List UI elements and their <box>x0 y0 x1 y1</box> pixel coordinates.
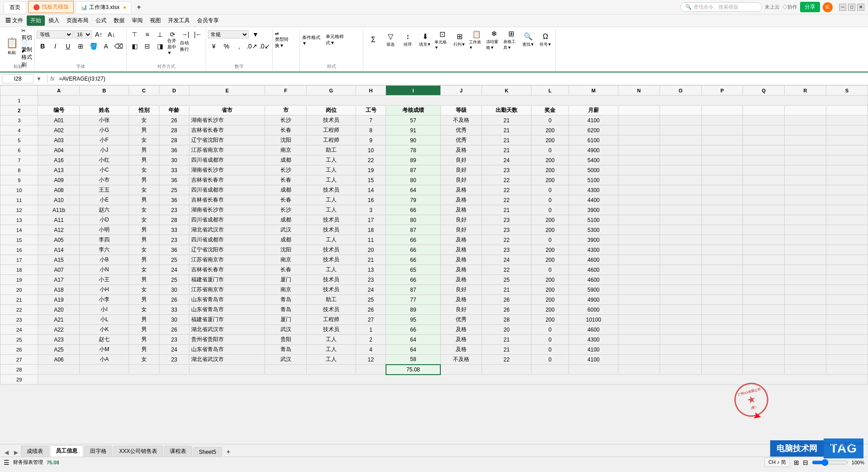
cell-Q11[interactable] <box>743 195 785 205</box>
cell-D13[interactable]: 28 <box>159 215 189 225</box>
header-K[interactable]: 出勤天数 <box>482 106 531 116</box>
cell-H26[interactable]: 4 <box>356 345 386 355</box>
cell-I15[interactable]: 66 <box>386 235 440 245</box>
cell-E4[interactable]: 吉林省长春市 <box>189 125 265 135</box>
italic-btn[interactable]: I <box>49 41 61 52</box>
cell-O8[interactable] <box>660 165 701 175</box>
cell-J12[interactable]: 及格 <box>440 205 482 215</box>
cell-L18[interactable]: 0 <box>531 265 569 275</box>
cell-L3[interactable]: 0 <box>531 116 569 125</box>
cell-C12[interactable]: 女 <box>129 205 159 215</box>
cell-C9[interactable]: 男 <box>129 175 159 185</box>
sheet-tab-sheet5[interactable]: Sheet5 <box>193 447 222 457</box>
sheet-tab-sales[interactable]: XXX公司销售表 <box>113 446 163 457</box>
sheet-btn[interactable]: 📋工作表▼ <box>468 29 485 51</box>
cell-G3[interactable]: 技术员 <box>307 116 356 125</box>
cell-C11[interactable]: 男 <box>129 195 159 205</box>
cell-L23[interactable]: 200 <box>531 315 569 325</box>
cell-A26[interactable]: A25 <box>38 345 80 355</box>
cell-B25[interactable]: 赵七 <box>80 335 129 345</box>
cell-H12[interactable]: 3 <box>356 205 386 215</box>
cell-Q27[interactable] <box>743 355 785 365</box>
cell-M14[interactable]: 5300 <box>569 225 618 235</box>
row-header-27[interactable]: 27 <box>0 355 38 365</box>
cell-S15[interactable] <box>826 235 868 245</box>
cell-H5[interactable]: 9 <box>356 135 386 145</box>
menu-item-file[interactable]: ☰ 文件 <box>2 15 27 26</box>
row-header-10[interactable]: 10 <box>0 185 38 195</box>
align-top-btn[interactable]: ⊤ <box>129 29 140 40</box>
cell-G18[interactable]: 工人 <box>307 265 356 275</box>
cell-B19[interactable]: 小王 <box>80 275 129 285</box>
cell-K20[interactable]: 21 <box>482 285 531 295</box>
cell-M15[interactable]: 3900 <box>569 235 618 245</box>
cell-M7[interactable]: 5400 <box>569 155 618 165</box>
cell-O13[interactable] <box>660 215 701 225</box>
cell-L7[interactable]: 200 <box>531 155 569 165</box>
paste-btn[interactable]: 📋粘贴 <box>4 35 20 57</box>
cell-R23[interactable] <box>785 315 826 325</box>
col-S[interactable]: S <box>826 86 868 96</box>
cell-K3[interactable]: 21 <box>482 116 531 125</box>
cell-F19[interactable]: 厦门 <box>265 275 307 285</box>
tab-template[interactable]: 🔴 找板壳模版 <box>28 1 74 13</box>
col-L[interactable]: L <box>531 86 569 96</box>
close-btn[interactable]: ✕ <box>857 4 864 11</box>
cell-H21[interactable]: 25 <box>356 295 386 305</box>
cell-I4[interactable]: 91 <box>386 125 440 135</box>
cell-I27[interactable]: 58 <box>386 355 440 365</box>
cell-B4[interactable]: 小G <box>80 125 129 135</box>
cell-R3[interactable] <box>785 116 826 125</box>
cell-P14[interactable] <box>701 225 743 235</box>
cell-I14[interactable]: 87 <box>386 225 440 235</box>
cell-L10[interactable]: 0 <box>531 185 569 195</box>
cell-R9[interactable] <box>785 175 826 185</box>
cell-M3[interactable]: 4100 <box>569 116 618 125</box>
header-E[interactable]: 省市 <box>189 106 265 116</box>
cell-I28[interactable]: 75.08 <box>386 365 440 375</box>
cell-P16[interactable] <box>701 245 743 255</box>
cell-H13[interactable]: 17 <box>356 215 386 225</box>
cell-P3[interactable] <box>701 116 743 125</box>
cell-D5[interactable]: 28 <box>159 135 189 145</box>
wrap-text-btn[interactable]: 自动换行 <box>179 41 191 52</box>
cut-btn[interactable]: ✂ 剪切 <box>21 29 33 40</box>
cell-L20[interactable]: 200 <box>531 285 569 295</box>
cell-J19[interactable]: 及格 <box>440 275 482 285</box>
cell-F28[interactable] <box>265 365 307 375</box>
symbol-btn[interactable]: Ω符号▼ <box>537 29 554 51</box>
cell-D4[interactable]: 28 <box>159 125 189 135</box>
cell-A3[interactable]: A01 <box>38 116 80 125</box>
cell-H3[interactable]: 7 <box>356 116 386 125</box>
cell-N19[interactable] <box>618 275 660 285</box>
cell-K8[interactable]: 23 <box>482 165 531 175</box>
merge-center-btn[interactable]: 合并居中▼ <box>167 41 178 52</box>
cell-Q28[interactable] <box>743 365 785 375</box>
cell-P4[interactable] <box>701 125 743 135</box>
cell-Q23[interactable] <box>743 315 785 325</box>
cell-L26[interactable]: 0 <box>531 345 569 355</box>
cell-K15[interactable]: 22 <box>482 235 531 245</box>
cell-M23[interactable]: 10100 <box>569 315 618 325</box>
cell-C17[interactable]: 男 <box>129 255 159 265</box>
col-D[interactable]: D <box>159 86 189 96</box>
cell-E18[interactable]: 吉林省长春市 <box>189 265 265 275</box>
cell-F20[interactable]: 南京 <box>265 285 307 295</box>
cell-I11[interactable]: 79 <box>386 195 440 205</box>
cell-R7[interactable] <box>785 155 826 165</box>
row1-empty[interactable] <box>38 96 868 106</box>
header-O[interactable] <box>660 106 701 116</box>
cell-F7[interactable]: 成都 <box>265 155 307 165</box>
cell-F26[interactable]: 青岛 <box>265 345 307 355</box>
cell-O10[interactable] <box>660 185 701 195</box>
cell-F4[interactable]: 长春 <box>265 125 307 135</box>
cell-L19[interactable]: 200 <box>531 275 569 285</box>
menu-item-data[interactable]: 数据 <box>110 15 128 26</box>
cell-J3[interactable]: 不及格 <box>440 116 482 125</box>
cell-J18[interactable]: 及格 <box>440 265 482 275</box>
cell-B14[interactable]: 小明 <box>80 225 129 235</box>
cell-B9[interactable]: 小市 <box>80 175 129 185</box>
row-header-2[interactable]: 2 <box>0 106 38 116</box>
cell-B27[interactable]: 小A <box>80 355 129 365</box>
cell-B12[interactable]: 赵六 <box>80 205 129 215</box>
